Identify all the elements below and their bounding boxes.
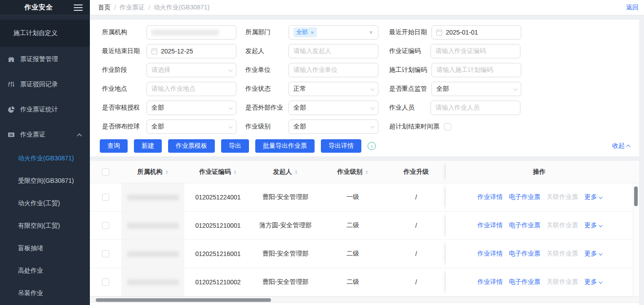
more-link[interactable]: 更多 — [585, 221, 601, 230]
main-content: 首页 / 作业票证 / 动火作业(GB30871) 返回 所属机构 所属部门 全… — [90, 0, 644, 305]
initiator-cell: 曹阳-安全管理部 — [252, 240, 319, 268]
sidebar-item-construction-plan[interactable]: 施工计划自定义 — [0, 20, 90, 47]
work-stage-select[interactable]: 请选择 — [147, 63, 236, 77]
more-link[interactable]: 更多 — [585, 193, 601, 201]
more-label: 更多 — [585, 278, 597, 285]
work-detail-link[interactable]: 作业详情 — [478, 193, 503, 201]
end-date-input[interactable]: 2025-12-25 — [147, 44, 236, 58]
related-ticket-link: 关联作业票 — [547, 250, 578, 258]
placeholder-text: 请输入发起人 — [293, 47, 331, 55]
e-ticket-link[interactable]: 电子作业票 — [509, 193, 541, 201]
row-checkbox[interactable] — [102, 194, 109, 201]
horizontal-scrollbar-thumb[interactable] — [96, 298, 271, 302]
breadcrumb-home[interactable]: 首页 — [98, 4, 111, 12]
filter-overplan-ticket: 超计划结束时间票 — [389, 119, 639, 134]
tag-remove-icon[interactable]: × — [311, 29, 314, 36]
org-input[interactable] — [147, 25, 236, 40]
sidebar-item-ticket-statistics[interactable]: 作业票证统计 — [0, 97, 90, 122]
org-cell — [121, 183, 184, 211]
select-value: 全部 — [151, 104, 164, 112]
work-level-select[interactable]: 全部 — [289, 119, 378, 134]
ticket-template-button[interactable]: 作业票模板 — [168, 139, 215, 153]
horizontal-scrollbar[interactable] — [90, 296, 639, 303]
chevron-down-icon — [228, 105, 233, 110]
work-unit-input[interactable]: 请输入作业单位 — [289, 63, 378, 77]
work-status-select[interactable]: 正常 — [289, 82, 378, 96]
chevron-up-icon — [626, 144, 631, 149]
key-supervision-select[interactable]: 全部 — [431, 82, 521, 96]
sidebar-header: 作业安全 — [0, 0, 90, 15]
column-header-level[interactable]: 作业级别▲▼ — [319, 161, 386, 183]
sort-icon[interactable]: ▲▼ — [295, 170, 298, 174]
batch-export-button[interactable]: 批量导出作业票 — [255, 139, 315, 153]
create-button[interactable]: 新建 — [134, 139, 162, 153]
sort-icon[interactable]: ▲▼ — [165, 170, 169, 174]
sidebar-subitem-work-at-height[interactable]: 高处作业 — [0, 260, 90, 282]
sidebar-subitem-limited-space-industry[interactable]: 有限空间(工贸) — [0, 215, 90, 237]
column-header-org[interactable]: 所属机构▲▼ — [121, 161, 184, 183]
upgrade-cell: / — [386, 212, 446, 239]
more-link[interactable]: 更多 — [585, 278, 601, 286]
e-ticket-link[interactable]: 电子作业票 — [509, 278, 541, 286]
e-ticket-link[interactable]: 电子作业票 — [509, 221, 541, 230]
filter-label: 作业证编码 — [389, 47, 426, 55]
sidebar-item-ticket-alarm[interactable]: 票证报警管理 — [0, 47, 90, 72]
column-label: 作业证编码 — [200, 168, 231, 176]
back-button[interactable]: 返回 — [626, 4, 639, 12]
info-icon[interactable]: i — [368, 142, 376, 150]
collapse-filters-link[interactable]: 收起 — [612, 142, 631, 150]
table-row: 0120251210001 蒲方圆-安全管理部 二级 / 作业详情 电子作业票 … — [90, 212, 639, 240]
initiator-input[interactable]: 请输入发起人 — [289, 44, 378, 58]
select-all-checkbox[interactable] — [102, 168, 109, 176]
sidebar-subitem-hotwork-gb30871[interactable]: 动火作业(GB30871) — [0, 147, 90, 170]
breadcrumb-work-tickets[interactable]: 作业票证 — [120, 4, 145, 12]
sort-icon[interactable]: ▲▼ — [234, 170, 237, 174]
sidebar-subitem-label: 受限空间(GB30871) — [18, 177, 74, 185]
plan-code-input[interactable]: 请输入施工计划编码 — [431, 63, 521, 77]
work-detail-link[interactable]: 作业详情 — [478, 221, 503, 230]
vertical-scrollbar-thumb[interactable] — [634, 186, 638, 206]
sidebar-subitem-hotwork-industry[interactable]: 动火作业(工贸) — [0, 192, 90, 215]
sidebar-subitem-confined-space-gb30871[interactable]: 受限空间(GB30871) — [0, 170, 90, 192]
export-button[interactable]: 导出 — [221, 139, 249, 153]
row-checkbox[interactable] — [102, 278, 109, 286]
more-label: 更多 — [585, 250, 597, 257]
table-row: 0120251216001 曹阳-安全管理部 二级 / 作业详情 电子作业票 关… — [90, 240, 639, 268]
audit-auth-select[interactable]: 全部 — [147, 101, 236, 115]
sidebar-subitem-blind-plate[interactable]: 盲板抽堵 — [0, 237, 90, 260]
control-ball-select[interactable]: 全部 — [147, 119, 236, 134]
filter-label: 施工计划编码 — [389, 66, 427, 74]
external-work-select[interactable]: 全部 — [289, 101, 378, 115]
actions-cell: 作业详情 电子作业票 关联作业票 更多 — [446, 268, 633, 296]
sidebar-item-work-tickets[interactable]: 作业票证 — [0, 122, 90, 147]
department-select[interactable]: 全部× ▼ — [289, 25, 378, 40]
work-personnel-input[interactable]: 请输入作业人员 — [431, 101, 520, 115]
sidebar-item-ticket-reject-log[interactable]: 票证驳回记录 — [0, 72, 90, 97]
work-detail-link[interactable]: 作业详情 — [478, 278, 503, 286]
overplan-checkbox[interactable] — [444, 123, 451, 130]
filter-initiator: 发起人 请输入发起人 — [245, 44, 389, 58]
export-detail-button[interactable]: 导出详情 — [321, 139, 361, 153]
filter-label: 发起人 — [245, 47, 284, 55]
work-location-input[interactable]: 请输入作业地点 — [147, 82, 236, 96]
alarm-icon — [7, 56, 15, 63]
filter-label: 所属部门 — [245, 28, 284, 36]
more-link[interactable]: 更多 — [585, 250, 601, 258]
column-header-initiator[interactable]: 发起人▲▼ — [252, 161, 319, 183]
column-header-code[interactable]: 作业证编码▲▼ — [184, 161, 252, 183]
sidebar-subitem-lifting-work[interactable]: 吊装作业 — [0, 282, 90, 305]
code-cell: 0120251210001 — [184, 212, 252, 239]
hamburger-menu-icon[interactable] — [74, 4, 83, 11]
start-date-input[interactable]: 2025-01-01 — [431, 25, 521, 40]
row-checkbox[interactable] — [102, 222, 109, 229]
work-detail-link[interactable]: 作业详情 — [478, 250, 503, 258]
filter-label: 超计划结束时间票 — [389, 123, 440, 131]
e-ticket-link[interactable]: 电子作业票 — [509, 250, 541, 258]
chevron-down-icon — [370, 86, 375, 91]
sort-icon[interactable]: ▲▼ — [365, 170, 369, 174]
related-ticket-link: 关联作业票 — [547, 278, 578, 286]
ticket-code-input[interactable]: 请输入作业证编码 — [431, 44, 520, 58]
query-button[interactable]: 查询 — [100, 139, 128, 153]
vertical-scrollbar[interactable] — [633, 183, 639, 296]
row-checkbox[interactable] — [102, 250, 109, 257]
